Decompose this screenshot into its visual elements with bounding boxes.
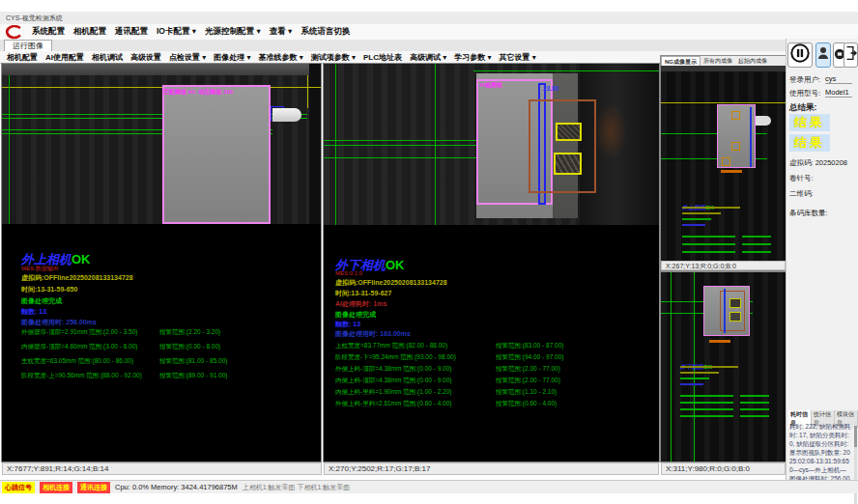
mini-text-line bbox=[680, 402, 733, 404]
measure-left: 阶段宽度-上=90.56mm 范围:(88.00 - 92.00) bbox=[21, 372, 142, 378]
mini-text-line bbox=[680, 395, 733, 397]
model-value[interactable]: Model1 bbox=[825, 88, 852, 98]
tool-camera-debug[interactable]: 相机调试 bbox=[92, 52, 123, 63]
mini-text-line bbox=[680, 415, 733, 417]
mini-result-title: 外上相机OK bbox=[682, 196, 714, 213]
mini-text-line bbox=[740, 408, 769, 410]
count-text: 颗数: 13 bbox=[21, 307, 46, 317]
mini-tab-start-image[interactable]: 起始内成像 bbox=[735, 56, 770, 66]
comm-connection-badge: 通讯连接 bbox=[77, 482, 110, 493]
tool-baseline-params[interactable]: 基准线参数 ▾ bbox=[259, 52, 303, 63]
tool-plc-table[interactable]: PLC地址表 bbox=[363, 52, 402, 63]
scrollbar-thumb[interactable] bbox=[854, 426, 857, 447]
mini-part-region bbox=[703, 286, 750, 336]
measure-right: 报警范围:(2.00 - 77.00) bbox=[496, 377, 560, 385]
barcode-text: 虚拟码:OFFline20250208133134728 bbox=[21, 273, 133, 283]
threshold-overlay-text: 匹配阈值:93, 动态阈值:100 bbox=[163, 88, 233, 97]
middle-camera-image[interactable]: AI检测框 23.80 bbox=[324, 64, 659, 225]
overlay-green-line-1 bbox=[324, 140, 483, 141]
measure-left: 内侧上料-顶部=4.38mm 范围:(0.00 - 9.00) bbox=[335, 377, 451, 383]
right-bottom-coords-bar: X:311;Y:980;R:0;G:0;B:0 bbox=[661, 462, 786, 475]
mini-text-line bbox=[682, 243, 735, 245]
camera-trigger-text: 上相机1:触发采图 下相机1:触发采图 bbox=[243, 483, 351, 492]
measure-value-blue: 23.80 bbox=[543, 85, 558, 92]
measure-right: 报警范围:(0.00 - 8.00) bbox=[159, 343, 220, 351]
duration-text: 图像处理用时: 256.00ms bbox=[21, 318, 97, 327]
overlay-yellow-vline bbox=[307, 75, 308, 108]
result-block-1: 结果 bbox=[789, 114, 830, 131]
left-camera-image[interactable]: 匹配阈值:93, 动态阈值:100 3.66 bbox=[2, 64, 321, 224]
measure-right: 报警范围:(89.00 - 91.00) bbox=[159, 372, 227, 380]
tool-learning-params[interactable]: 学习参数 ▾ bbox=[454, 52, 491, 63]
menu-item-language[interactable]: 系统语言切换 bbox=[300, 26, 350, 38]
mini-text-line bbox=[682, 236, 735, 238]
measure-right: 报警范围:(81.00 - 85.00) bbox=[159, 357, 227, 366]
login-user-value[interactable]: cys bbox=[825, 74, 852, 84]
overlay-green-line-2 bbox=[324, 145, 483, 146]
exit-button[interactable] bbox=[844, 42, 858, 68]
measure-left: 上枕宽度=83.77mm 范围:(82.00 - 88.00) bbox=[335, 342, 447, 349]
mini-text-line bbox=[742, 243, 771, 245]
tool-spot-check[interactable]: 点检设置 ▾ bbox=[169, 52, 206, 63]
mes-status-text: MES:数据输出 bbox=[21, 265, 59, 273]
tool-image-processing[interactable]: 图像处理 ▾ bbox=[214, 52, 250, 63]
measure-left: 外侧壁厚-顶部=2.91mm 范围:(2.00 - 3.50) bbox=[21, 328, 137, 335]
control-sidebar: 登录用户: cys 使用型号: Model1 总结果: 结果 结果 虚拟码: 2… bbox=[786, 39, 858, 480]
tab-run-image[interactable]: 运行图像 bbox=[4, 40, 52, 51]
menu-item-system-config[interactable]: 系统配置 bbox=[32, 26, 65, 38]
menu-item-light-config[interactable]: 光源控制配置 ▾ bbox=[205, 26, 261, 38]
needle-number-label: 卷针号: bbox=[789, 174, 814, 183]
measure-left: 主枕宽度=63.05mm 范围:(80.00 - 86.00) bbox=[21, 357, 133, 364]
heartbeat-badge: 心跳信号 bbox=[2, 482, 35, 493]
result-block-2: 结果 bbox=[789, 134, 830, 152]
mini-blue-line bbox=[724, 289, 726, 333]
user-icon bbox=[817, 45, 829, 65]
tool-test-params[interactable]: 测试项参数 ▾ bbox=[311, 52, 356, 63]
mini-orange-text bbox=[709, 340, 730, 343]
tool-other-settings[interactable]: 其它设置 ▾ bbox=[500, 52, 536, 63]
mes-status-text: MES:0:1:0 bbox=[335, 270, 362, 276]
mini-defect-yellow bbox=[729, 298, 741, 308]
tool-advanced-settings[interactable]: 高级设置 bbox=[130, 52, 161, 63]
result-status-ok: OK bbox=[386, 258, 405, 272]
connector-plug bbox=[272, 108, 301, 122]
mini-tab-ng-image[interactable]: NG成像显示 bbox=[661, 56, 701, 66]
menu-item-io-config[interactable]: IO卡配置 ▾ bbox=[157, 26, 196, 38]
pause-button[interactable] bbox=[787, 42, 813, 68]
measurement-row: 内侧壁厚-顶部=4.60mm 范围:(3.00 - 6.00) 报警范围:(0.… bbox=[21, 343, 137, 351]
menu-item-camera-config[interactable]: 相机配置 bbox=[73, 26, 106, 38]
duration-text: 图像处理用时: 163.00ms bbox=[335, 329, 411, 339]
measurement-row: 内侧上料-里料=1.90mm 范围:(1.00 - 2.20) 报警范围:(1.… bbox=[335, 388, 451, 397]
tool-advanced-debug[interactable]: 高级调试 ▾ bbox=[410, 52, 446, 63]
total-result-label: 总结果: bbox=[789, 102, 816, 114]
measure-right: 报警范围:(83.00 - 87.00) bbox=[496, 342, 563, 350]
machine-top-band bbox=[661, 66, 786, 71]
mini-text-line bbox=[740, 415, 769, 417]
mini-mark-orange bbox=[731, 142, 740, 151]
mini-text-line bbox=[742, 251, 771, 253]
mini-text-line bbox=[740, 402, 769, 404]
measurement-row: 阶段宽度-上=90.56mm 范围:(88.00 - 92.00) 报警范围:(… bbox=[21, 372, 142, 380]
mini-blue-line bbox=[750, 107, 752, 167]
tool-camera-config[interactable]: 相机配置 bbox=[7, 52, 38, 63]
cpu-memory-text: Cpu: 0.0% Memory: 3424.41796875M bbox=[115, 483, 238, 491]
barcode-bank-label: 条码库数量: bbox=[789, 209, 828, 218]
user-button[interactable] bbox=[815, 42, 831, 68]
measurement-row: 内侧上料-顶部=4.38mm 范围:(0.00 - 9.00) 报警范围:(2.… bbox=[335, 377, 451, 385]
right-top-image[interactable]: 外上相机OK bbox=[661, 66, 786, 261]
right-bottom-image[interactable]: 外下相机OK bbox=[661, 272, 786, 462]
menu-item-view[interactable]: 查看 ▾ bbox=[270, 26, 293, 38]
tool-ai-config[interactable]: AI使用配置 bbox=[45, 52, 84, 63]
measure-left: 内侧上料-里料=1.90mm 范围:(1.00 - 2.20) bbox=[335, 388, 451, 395]
measurement-row: 外侧上料-顶部=4.38mm 范围:(0.00 - 9.00) 报警范围:(2.… bbox=[335, 365, 451, 374]
middle-camera-panel: AI检测框 23.80 外下相机OK MES:0:1:0 虚拟码:OFFline… bbox=[324, 64, 659, 462]
window-title: CYS-视觉检测系统 bbox=[0, 12, 858, 25]
measure-right: 报警范围:(94.00 - 97.00) bbox=[496, 353, 563, 362]
mini-tab-all-image[interactable]: 所有内成像 bbox=[701, 56, 735, 66]
left-coords-bar: X:7677;Y:891;R:14;G:14;B:14 bbox=[2, 462, 322, 475]
mini-text-line bbox=[742, 236, 771, 238]
menu-item-comm-config[interactable]: 通讯配置 bbox=[115, 26, 148, 38]
right-top-panel: NG成像显示 所有内成像 起始内成像 外上相机OK bbox=[661, 56, 786, 270]
measure-right: 报警范围:(2.00 - 77.00) bbox=[496, 365, 560, 374]
defect-box-yellow-1 bbox=[556, 123, 582, 141]
